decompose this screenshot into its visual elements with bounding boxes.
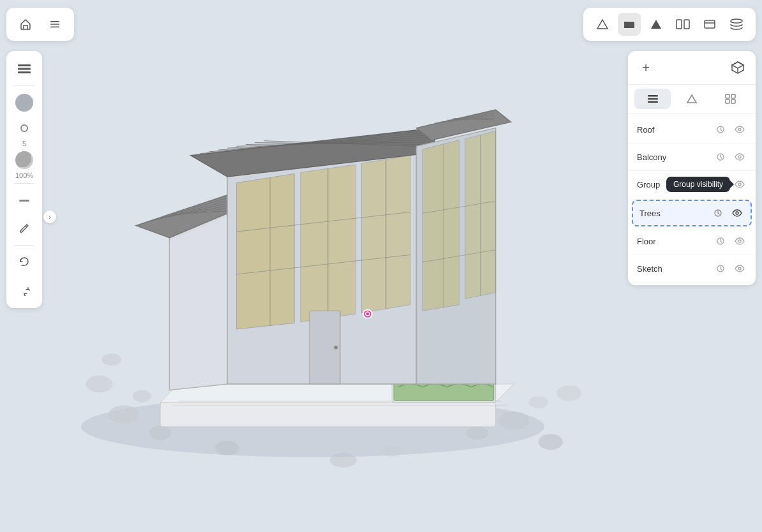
visibility-trees[interactable]: [730, 206, 744, 220]
svg-rect-86: [648, 98, 658, 100]
square-button[interactable]: [618, 13, 641, 36]
svg-rect-28: [160, 403, 496, 427]
layer-label-trees: Trees: [639, 209, 706, 218]
divider-1: [14, 85, 34, 86]
svg-rect-88: [726, 94, 729, 98]
goto-group[interactable]: [713, 177, 728, 191]
layer-item-roof[interactable]: Roof: [628, 116, 756, 144]
svg-point-18: [133, 390, 151, 403]
visibility-group[interactable]: Group visibility: [733, 177, 747, 191]
svg-rect-85: [648, 95, 658, 97]
visibility-roof[interactable]: [733, 122, 747, 137]
layer-label-roof: Roof: [637, 125, 708, 135]
svg-point-22: [539, 434, 563, 450]
undo-button[interactable]: [11, 249, 37, 275]
svg-rect-2: [50, 27, 59, 28]
toolbar-right: [583, 8, 756, 41]
collapse-arrow[interactable]: ›: [43, 211, 56, 223]
visibility-floor[interactable]: [733, 234, 747, 248]
size-sidebar-tool[interactable]: [11, 118, 37, 138]
svg-rect-4: [676, 20, 682, 29]
svg-point-101: [738, 240, 741, 242]
window-button[interactable]: [698, 13, 721, 36]
svg-point-74: [334, 346, 338, 350]
svg-marker-42: [237, 174, 295, 329]
panel-list: Roof Balcony Group: [628, 114, 756, 285]
opacity-sidebar-tool[interactable]: [11, 150, 37, 170]
size-container: 5: [11, 118, 37, 147]
svg-rect-11: [18, 71, 31, 73]
svg-point-20: [467, 426, 488, 440]
svg-point-97: [738, 183, 741, 186]
layer-item-floor[interactable]: Floor: [628, 228, 756, 255]
layers-button[interactable]: [725, 13, 748, 36]
size-circle: [20, 124, 28, 132]
svg-point-17: [86, 376, 113, 393]
layer-item-group[interactable]: Group Group visibility: [628, 171, 756, 198]
3d-view-button[interactable]: [729, 59, 747, 77]
opacity-label: 100%: [15, 172, 33, 179]
svg-rect-10: [18, 68, 31, 70]
size-label: 5: [22, 140, 26, 147]
layer-label-balcony: Balcony: [637, 152, 708, 162]
visibility-sketch[interactable]: [733, 262, 747, 276]
divider-3: [14, 245, 34, 246]
toolbar-left: [6, 8, 74, 41]
split-view-button[interactable]: [671, 13, 694, 36]
redo-button[interactable]: [11, 277, 37, 303]
opacity-circle: [15, 151, 33, 169]
layer-label-group: Group: [637, 180, 708, 189]
svg-rect-89: [731, 94, 735, 98]
layer-label-sketch: Sketch: [637, 264, 708, 274]
svg-point-93: [738, 128, 741, 131]
svg-rect-12: [19, 200, 29, 202]
goto-floor[interactable]: [713, 234, 728, 248]
menu-button[interactable]: [43, 13, 66, 36]
svg-point-103: [738, 267, 741, 270]
shape-tab[interactable]: [673, 89, 710, 109]
color-swatch: [15, 94, 33, 112]
triangle-filled-button[interactable]: [645, 13, 668, 36]
opacity-container: 100%: [11, 150, 37, 179]
svg-rect-87: [648, 101, 658, 103]
svg-point-26: [528, 396, 548, 408]
goto-trees[interactable]: [711, 206, 725, 220]
home-button[interactable]: [14, 13, 37, 36]
divider-2: [14, 183, 34, 184]
panel-header: +: [628, 51, 756, 85]
svg-point-80: [366, 313, 370, 316]
list-tab[interactable]: [634, 89, 671, 109]
stroke-sidebar-tool[interactable]: [11, 188, 37, 213]
svg-rect-0: [50, 21, 59, 22]
layer-item-trees[interactable]: Trees: [632, 200, 752, 226]
grid-tab[interactable]: [713, 89, 749, 109]
visibility-balcony[interactable]: [733, 150, 747, 164]
goto-sketch[interactable]: [713, 262, 728, 276]
svg-point-16: [215, 441, 239, 455]
layer-label-floor: Floor: [637, 237, 708, 246]
triangle-outline-button[interactable]: [591, 13, 614, 36]
goto-roof[interactable]: [713, 122, 728, 137]
pencil-sidebar-tool[interactable]: [11, 216, 37, 241]
tooltip-arrow: [730, 181, 734, 188]
svg-point-27: [557, 385, 581, 401]
svg-marker-67: [422, 140, 459, 311]
svg-rect-91: [731, 100, 735, 103]
layer-item-balcony[interactable]: Balcony: [628, 144, 756, 171]
add-layer-button[interactable]: +: [637, 59, 655, 77]
svg-point-21: [498, 411, 529, 430]
layers-sidebar-tool[interactable]: [11, 56, 37, 82]
svg-marker-83: [732, 62, 743, 68]
right-panel: +: [628, 51, 756, 285]
color-sidebar-tool[interactable]: [11, 90, 37, 115]
svg-rect-1: [50, 24, 59, 25]
top-toolbar: [6, 6, 756, 42]
layer-item-sketch[interactable]: Sketch: [628, 255, 756, 283]
goto-balcony[interactable]: [713, 150, 728, 164]
svg-point-24: [330, 453, 357, 468]
svg-point-8: [731, 19, 742, 23]
svg-point-23: [383, 446, 401, 457]
panel-tabs: [628, 85, 756, 114]
svg-rect-90: [726, 100, 729, 103]
svg-marker-75: [169, 216, 227, 390]
